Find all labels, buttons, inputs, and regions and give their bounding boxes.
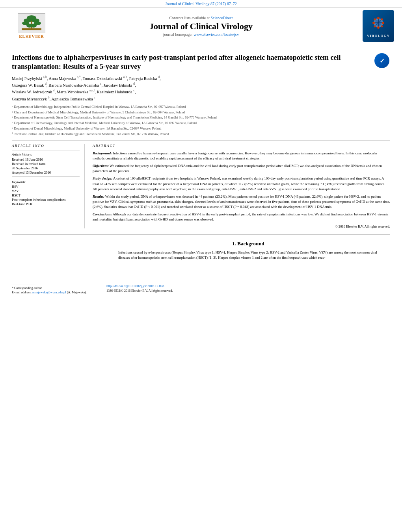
email-link[interactable]: amajewska@wum.edu.pl: [32, 290, 66, 294]
footnote-divider: [12, 284, 35, 284]
keyword-vzv: VZV: [12, 189, 80, 193]
elsevier-logo: ELSEVIER: [8, 13, 55, 39]
journal-citation-link[interactable]: Journal of Clinical Virology 87 (2017) 6…: [165, 2, 236, 6]
email-line: E-mail address: amajewska@wum.edu.pl (A.…: [12, 290, 91, 295]
keywords-label: Keywords:: [12, 180, 80, 184]
bg-right: 1. Background Infections caused by α-her…: [118, 241, 378, 260]
elsevier-tree-image: [18, 13, 45, 33]
virology-badge-text: VIROLOGY: [367, 34, 390, 38]
keyword-post-transplant: Post-transplant infectious complications: [12, 198, 80, 202]
journal-header: ELSEVIER Contents lists available at Sci…: [0, 8, 402, 45]
svg-point-16: [377, 26, 380, 29]
keywords-section: Keywords: HSV VZV HSCT Post-transplant i…: [12, 180, 80, 206]
received-date: Received 18 June 2016: [12, 158, 80, 161]
svg-point-20: [381, 19, 383, 20]
authors: Maciej Przybylski a,b, Anna Majewska b,*…: [12, 75, 390, 102]
footer-right: http://dx.doi.org/10.1016/j.jcv.2016.12.…: [106, 284, 390, 295]
doi-link[interactable]: http://dx.doi.org/10.1016/j.jcv.2016.12.…: [106, 284, 164, 288]
doi-line: http://dx.doi.org/10.1016/j.jcv.2016.12.…: [106, 284, 390, 289]
abstract-study-design: Study design: A cohort of 190 alloHSCT r…: [93, 176, 390, 191]
svg-point-8: [30, 24, 37, 28]
affil-c: c Department of Haematopoietic Stem Cell…: [12, 115, 390, 120]
homepage-link[interactable]: www.elsevier.com/locate/jcv: [194, 32, 239, 37]
article-info-label: ARTICLE INFO: [12, 144, 80, 148]
virology-badge: VIROLOGY: [363, 10, 394, 42]
accepted-date: Accepted 13 December 2016: [12, 171, 80, 174]
affiliations: a Department of Microbiology, Independen…: [12, 104, 390, 137]
received-revised-date: 30 September 2016: [12, 166, 80, 170]
keyword-hsct: HSCT: [12, 193, 80, 197]
svg-point-19: [374, 19, 376, 20]
two-col-section: ARTICLE INFO Article history: Received 1…: [12, 140, 390, 228]
copyright-line: © 2016 Elsevier B.V. All rights reserved…: [93, 224, 390, 228]
svg-point-17: [372, 22, 375, 24]
article-history-label: Article history:: [12, 152, 80, 156]
svg-point-21: [374, 26, 376, 28]
svg-point-18: [382, 22, 384, 24]
article-content: Infections due to alphaherpesviruses in …: [0, 45, 402, 264]
affil-a: a Department of Microbiology, Independen…: [12, 104, 390, 109]
svg-point-15: [377, 17, 380, 19]
svg-point-22: [381, 26, 383, 28]
sciencedirect-link[interactable]: ScienceDirect: [210, 16, 233, 20]
corresponding-note: * Corresponding author.: [12, 286, 91, 290]
affil-f: f Infection Control Unit, Institute of H…: [12, 132, 390, 137]
header-right: VIROLOGY: [347, 10, 394, 42]
abstract-conclusions: Conclusions: Although our data demonstra…: [93, 212, 390, 222]
affil-e: e Department of Dental Microbiology, Med…: [12, 126, 390, 131]
article-info-col: ARTICLE INFO Article history: Received 1…: [12, 144, 85, 228]
journal-name-header: Journal of Clinical Virology: [55, 21, 347, 32]
crossmark-icon: ✓: [374, 53, 389, 68]
header-center: Contents lists available at ScienceDirec…: [55, 16, 347, 37]
section-number: 1. Background: [118, 241, 378, 247]
background-text: Infections caused by α-herpesviruses (He…: [118, 250, 378, 260]
abstract-results: Results: Within the study period, DNA of…: [93, 194, 390, 209]
section-divider: [12, 234, 390, 235]
article-title: Infections due to alphaherpesviruses in …: [12, 53, 370, 72]
svg-rect-0: [22, 28, 41, 30]
homepage-line: journal homepage: www.elsevier.com/locat…: [55, 32, 347, 37]
abstract-col: ABSTRACT Background: Infections caused b…: [93, 144, 390, 228]
background-section: 1. Background Infections caused by α-her…: [12, 241, 390, 260]
crossmark-badge: ✓: [374, 53, 390, 69]
keyword-pcr: Real-time PCR: [12, 202, 80, 206]
abstract-label: ABSTRACT: [93, 144, 390, 148]
footer-cols: * Corresponding author. E-mail address: …: [12, 284, 390, 295]
top-citation-bar: Journal of Clinical Virology 87 (2017) 6…: [0, 0, 402, 8]
abstract-objectives: Objectives: We estimated the frequency o…: [93, 163, 390, 174]
footer-area: * Corresponding author. E-mail address: …: [0, 284, 402, 295]
elsevier-text: ELSEVIER: [19, 34, 44, 39]
issn-line: 1386-6532/© 2016 Elsevier B.V. All right…: [106, 289, 390, 293]
received-revised-label: Received in revised form: [12, 162, 80, 166]
page: Journal of Clinical Virology 87 (2017) 6…: [0, 0, 402, 532]
bg-left: [24, 241, 110, 260]
article-title-section: Infections due to alphaherpesviruses in …: [12, 49, 390, 72]
abstract-background: Background: Infections caused by human α…: [93, 151, 390, 161]
elsevier-logo-area: ELSEVIER: [8, 13, 55, 39]
contents-line: Contents lists available at ScienceDirec…: [55, 16, 347, 20]
footer-left: * Corresponding author. E-mail address: …: [12, 284, 99, 295]
affil-b: b Chair and Department of Medical Microb…: [12, 110, 390, 115]
keyword-hsv: HSV: [12, 185, 80, 189]
affil-d: d Department of Haematology, Oncology an…: [12, 120, 390, 126]
